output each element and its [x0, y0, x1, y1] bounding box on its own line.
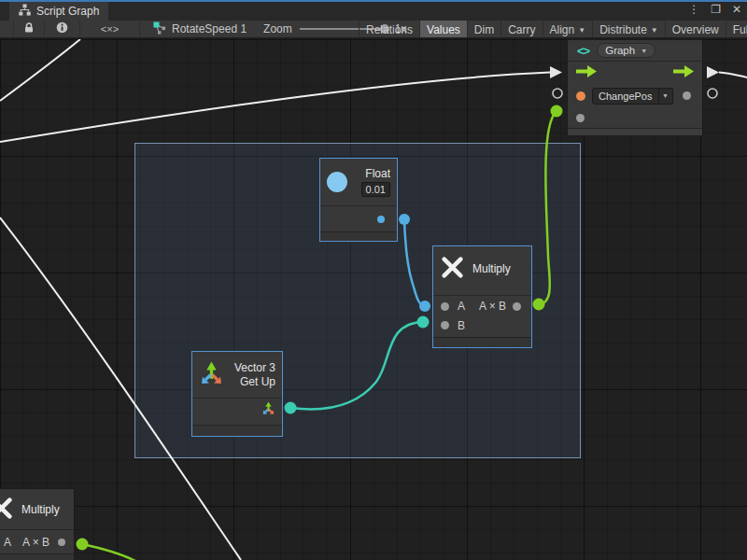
overview-button[interactable]: Overview	[665, 21, 726, 39]
output-port[interactable]	[58, 539, 65, 546]
chevron-down-icon: ▼	[659, 88, 673, 105]
tab-script-graph[interactable]: Script Graph	[9, 2, 108, 21]
wire-getup-to-multiply-b	[290, 322, 423, 410]
script-graph-window: Script Graph ⋮ ❐ ✕ <×> RotateSpeed 1	[0, 0, 747, 560]
port-a-label: A	[4, 536, 11, 549]
multiply-node-header: Multiply	[433, 246, 531, 291]
input-port-a[interactable]	[441, 302, 449, 311]
input-port-b[interactable]	[441, 321, 449, 329]
unconnected-port-left[interactable]	[553, 89, 562, 98]
multiply2-node-title: Multiply	[21, 503, 60, 516]
wire-endpoint-multiply2-out[interactable]	[77, 539, 89, 551]
code-view-button[interactable]: <×>	[80, 21, 140, 38]
window-controls: ⋮ ❐ ✕	[688, 3, 741, 16]
wire-multiply-out-to-graph	[539, 111, 557, 304]
float-value-field[interactable]: 0.01	[361, 182, 390, 197]
node-footer	[0, 553, 74, 560]
node-footer	[320, 231, 397, 241]
node-float[interactable]: Float 0.01	[319, 158, 398, 242]
distribute-dropdown[interactable]: Distribute▼	[592, 21, 665, 39]
wire-multiply2-out	[82, 544, 135, 560]
port-a-label: A	[458, 300, 465, 313]
script-graph-icon	[19, 4, 31, 19]
float-port-row	[320, 205, 397, 231]
chevron-down-icon: ▼	[651, 26, 658, 35]
values-button[interactable]: Values	[419, 21, 467, 39]
wire-endpoint-graph-port[interactable]	[551, 105, 563, 118]
unconnected-port-right[interactable]	[708, 89, 717, 98]
tab-title: Script Graph	[36, 5, 99, 18]
wire-white-topleft	[0, 39, 80, 101]
float-node-title: Float	[365, 167, 390, 180]
orange-port[interactable]	[576, 91, 585, 101]
graph-reference-label: RotateSpeed 1	[172, 22, 247, 35]
multiply-x-icon	[441, 256, 464, 282]
gray-port[interactable]	[576, 114, 585, 122]
port-b-label: B	[458, 319, 465, 332]
graph-canvas[interactable]: <> Graph ▼ ChangePos ▼	[0, 39, 747, 560]
lock-icon	[23, 22, 35, 36]
toolbar-buttons: Relations Values Dim Carry Align▼ Distri…	[359, 21, 747, 39]
script-machine-icon	[153, 21, 166, 37]
node-footer	[433, 337, 531, 347]
changepos-value: ChangePos	[592, 88, 659, 105]
maximize-icon[interactable]: ❐	[711, 3, 721, 16]
extra-port-row	[568, 107, 702, 128]
node-multiply-partial[interactable]: Multiply A A × B	[0, 488, 75, 560]
flow-ports-row	[568, 61, 702, 84]
relations-button[interactable]: Relations	[359, 21, 419, 39]
info-icon	[56, 21, 68, 36]
node-footer	[568, 128, 702, 135]
wire-endpoint-multiply-a[interactable]	[419, 301, 430, 312]
float-node-header: Float 0.01	[320, 159, 397, 205]
vector3-port-row	[192, 398, 282, 422]
node-graph-panel[interactable]: <> Graph ▼ ChangePos ▼	[567, 39, 703, 136]
wire-white-to-graph-input	[0, 73, 550, 143]
vector3-title-line2: Get Up	[240, 375, 275, 388]
vector3-title-line1: Vector 3	[234, 361, 275, 374]
float-output-port[interactable]	[377, 216, 385, 223]
tab-bar: Script Graph ⋮ ❐ ✕	[0, 2, 747, 21]
wire-endpoint-multiply-b[interactable]	[417, 316, 430, 329]
info-button[interactable]	[45, 21, 80, 38]
wire-white-from-graph-output	[719, 73, 747, 78]
carry-button[interactable]: Carry	[500, 21, 542, 39]
multiply-node-title: Multiply	[472, 262, 511, 275]
kebab-menu-icon[interactable]: ⋮	[688, 3, 699, 16]
flow-out-green-arrow-icon[interactable]	[673, 64, 694, 81]
changepos-dropdown[interactable]: ChangePos ▼	[592, 88, 673, 105]
vector3-node-header: Vector 3 Get Up	[192, 352, 282, 398]
graph-breadcrumb-dropdown[interactable]: Graph ▼	[597, 43, 655, 58]
output-label: A × B	[22, 536, 49, 549]
multiply-row-a: A A × B	[433, 295, 531, 315]
graph-reference[interactable]: RotateSpeed 1	[148, 21, 252, 37]
wire-endpoint-float-out[interactable]	[399, 214, 410, 225]
flow-input-arrow-icon[interactable]	[550, 66, 562, 78]
multiply2-port-row: A A × B	[0, 529, 74, 553]
zoom-label: Zoom	[263, 22, 292, 35]
wire-endpoint-multiply-out[interactable]	[533, 299, 545, 311]
wire-endpoint-getup-out[interactable]	[285, 402, 297, 414]
changepos-row: ChangePos ▼	[568, 84, 702, 107]
chevron-down-icon: ▼	[578, 26, 585, 35]
vector3-output-port-icon[interactable]	[261, 401, 275, 419]
flow-output-arrow-icon[interactable]	[707, 66, 719, 78]
gray-port[interactable]	[683, 91, 691, 100]
close-icon[interactable]: ✕	[732, 3, 741, 16]
graph-toolbar: <×> RotateSpeed 1 Zoom 1x Relations Valu…	[0, 21, 747, 39]
multiply2-node-header: Multiply	[0, 489, 74, 529]
full-screen-button[interactable]: Full Screen	[726, 21, 747, 39]
node-vector3-get-up[interactable]: Vector 3 Get Up	[191, 351, 283, 437]
wire-float-to-multiply-a	[404, 219, 425, 306]
align-dropdown[interactable]: Align▼	[543, 21, 593, 39]
output-port[interactable]	[513, 302, 521, 311]
flow-in-green-arrow-icon[interactable]	[576, 64, 597, 81]
node-footer	[192, 425, 282, 436]
node-multiply[interactable]: Multiply A A × B B	[432, 245, 532, 348]
output-label: A × B	[479, 300, 506, 313]
vector3-axes-icon	[199, 360, 224, 389]
lock-button[interactable]	[13, 21, 45, 38]
dim-button[interactable]: Dim	[467, 21, 500, 39]
graph-brackets-icon: <>	[577, 44, 589, 58]
multiply-x-icon	[0, 497, 13, 523]
